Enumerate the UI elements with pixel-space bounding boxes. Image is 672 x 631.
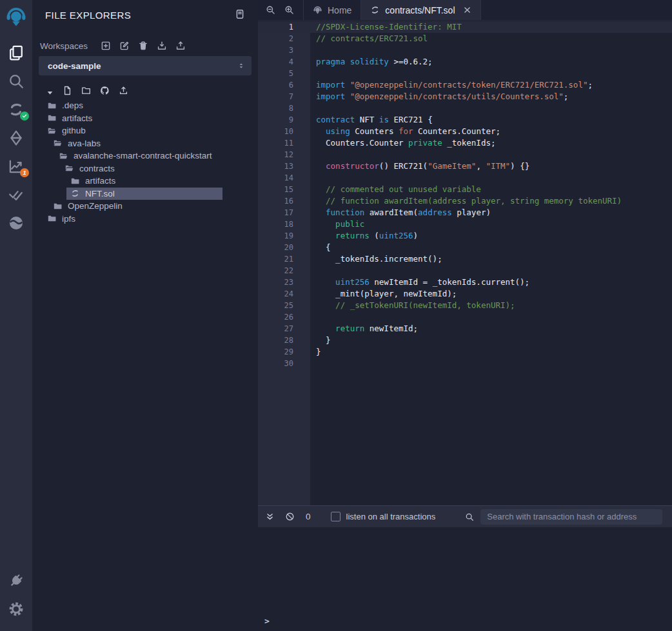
tree-item-github[interactable]: github bbox=[32, 124, 258, 137]
file-explorer-button[interactable] bbox=[8, 44, 25, 61]
code-line[interactable]: 30 bbox=[258, 358, 672, 369]
search-button[interactable] bbox=[8, 73, 25, 90]
line-number: 23 bbox=[258, 277, 310, 288]
remix-logo-button[interactable] bbox=[5, 5, 28, 28]
solidity-compiler-button[interactable] bbox=[8, 101, 25, 118]
code-line[interactable]: 19 returns (uint256) bbox=[258, 230, 672, 242]
line-number: 17 bbox=[258, 207, 310, 218]
code-line[interactable]: 18 public bbox=[258, 218, 672, 230]
folder-icon bbox=[47, 101, 57, 110]
test-icon bbox=[8, 186, 25, 203]
rename-workspace-button[interactable] bbox=[119, 41, 130, 51]
restore-workspaces-button[interactable] bbox=[175, 41, 186, 51]
clear-console-slot[interactable] bbox=[285, 512, 295, 521]
zoom-in-button[interactable] bbox=[284, 5, 294, 15]
solidity-analyzers-button[interactable]: 1 bbox=[8, 158, 25, 175]
collapse-tree-button[interactable] bbox=[46, 88, 54, 95]
code-line[interactable]: 29} bbox=[258, 346, 672, 358]
line-number: 2 bbox=[258, 33, 310, 44]
new-folder-button[interactable] bbox=[81, 86, 91, 95]
workspace-select[interactable]: code-sample bbox=[39, 56, 252, 75]
create-workspace-button[interactable] bbox=[101, 41, 111, 51]
code-line[interactable]: 20 { bbox=[258, 242, 672, 253]
code-line[interactable]: 12 bbox=[258, 149, 672, 160]
code-line[interactable]: 9contract NFT is ERC721 { bbox=[258, 114, 672, 126]
code-line[interactable]: 2// contracts/ERC721.sol bbox=[258, 33, 672, 44]
tree-item-ipfs[interactable]: ipfs bbox=[32, 213, 258, 226]
code-line[interactable]: 6import "@openzeppelin/contracts/token/E… bbox=[258, 79, 672, 91]
download-workspaces-button[interactable] bbox=[157, 41, 167, 51]
line-content: import "@openzeppelin/contracts/utils/Co… bbox=[310, 91, 568, 102]
gear-icon bbox=[8, 601, 25, 617]
tree-item-label: github bbox=[62, 126, 86, 135]
line-content bbox=[310, 172, 316, 184]
code-line[interactable]: 11 Counters.Counter private _tokenIds; bbox=[258, 137, 672, 149]
listen-transactions-checkbox[interactable] bbox=[331, 512, 341, 521]
line-content: using Counters for Counters.Counter; bbox=[310, 126, 500, 137]
expand-terminal-slot[interactable] bbox=[266, 512, 274, 521]
tree-item-avalanche-smart-contract-quickstart[interactable]: avalanche-smart-contract-quickstart bbox=[32, 150, 258, 162]
deploy-and-run-button[interactable] bbox=[8, 130, 25, 146]
updown-icon bbox=[237, 61, 245, 70]
new-file-button[interactable] bbox=[63, 86, 72, 95]
code-line[interactable]: 15 // commented out unused variable bbox=[258, 184, 672, 195]
code-line[interactable]: 21 _tokenIds.increment(); bbox=[258, 253, 672, 265]
code-line[interactable]: 10 using Counters for Counters.Counter; bbox=[258, 126, 672, 137]
code-line[interactable]: 16 // function awardItem(address player,… bbox=[258, 195, 672, 207]
code-line[interactable]: 13 constructor() ERC721("GameItem", "ITM… bbox=[258, 160, 672, 172]
sourcify-button[interactable] bbox=[8, 215, 25, 231]
tab-home[interactable]: Home bbox=[303, 0, 361, 20]
line-content bbox=[310, 68, 316, 79]
line-content: pragma solidity >=0.6.2; bbox=[310, 56, 433, 68]
code-line[interactable]: 24 _mint(player, newItemId); bbox=[258, 288, 672, 300]
line-content: _mint(player, newItemId); bbox=[310, 288, 457, 300]
tree-item-openzeppelin[interactable]: OpenZeppelin bbox=[32, 200, 258, 213]
zoom-out-button[interactable] bbox=[266, 5, 275, 15]
line-number: 26 bbox=[258, 311, 310, 323]
plugin-manager-button[interactable] bbox=[8, 572, 25, 589]
code-line[interactable]: 8 bbox=[258, 102, 672, 114]
listen-transactions-label[interactable]: listen on all transactions bbox=[346, 512, 436, 521]
plus-square-icon bbox=[101, 41, 111, 51]
code-line[interactable]: 17 function awardItem(address player) bbox=[258, 207, 672, 218]
transaction-search-input[interactable] bbox=[480, 509, 662, 525]
code-line[interactable]: 27 return newItemId; bbox=[258, 323, 672, 335]
terminal-content[interactable]: > bbox=[258, 527, 672, 631]
tree-item-artifacts[interactable]: artifacts bbox=[32, 175, 258, 188]
solidity-unit-testing-button[interactable] bbox=[8, 186, 25, 203]
code-editor[interactable]: 1//SPDX-License-Identifier: MIT2// contr… bbox=[258, 21, 672, 505]
line-number: 11 bbox=[258, 137, 310, 149]
folder-icon bbox=[47, 113, 57, 122]
delete-workspace-button[interactable] bbox=[138, 41, 148, 51]
tree-item-ava-labs[interactable]: ava-labs bbox=[32, 137, 258, 150]
line-number: 29 bbox=[258, 346, 310, 358]
code-line[interactable]: 23 uint256 newItemId = _tokenIds.current… bbox=[258, 277, 672, 288]
activity-bar-bottom bbox=[8, 567, 25, 631]
code-line[interactable]: 14 bbox=[258, 172, 672, 184]
clone-from-github-button[interactable] bbox=[100, 86, 110, 95]
code-line[interactable]: 25 // _setTokenURI(newItemId, tokenURI); bbox=[258, 300, 672, 311]
line-number: 6 bbox=[258, 79, 310, 91]
code-line[interactable]: 22 bbox=[258, 265, 672, 277]
tree-item-contracts[interactable]: contracts bbox=[32, 162, 258, 175]
line-content: // _setTokenURI(newItemId, tokenURI); bbox=[310, 300, 515, 311]
tree-item-artifacts[interactable]: artifacts bbox=[32, 112, 258, 125]
tree-item--deps[interactable]: .deps bbox=[32, 99, 258, 112]
code-line[interactable]: 4pragma solidity >=0.6.2; bbox=[258, 56, 672, 68]
close-icon[interactable] bbox=[463, 6, 471, 14]
code-line[interactable]: 7import "@openzeppelin/contracts/utils/C… bbox=[258, 91, 672, 102]
solidity-icon bbox=[370, 5, 380, 15]
folder-icon bbox=[53, 202, 63, 211]
book-icon[interactable] bbox=[235, 9, 245, 19]
publish-to-gist-button[interactable] bbox=[119, 86, 128, 95]
settings-button[interactable] bbox=[8, 601, 25, 617]
code-line[interactable]: 28 } bbox=[258, 335, 672, 346]
line-number: 12 bbox=[258, 149, 310, 160]
tab-contracts-nft-sol[interactable]: contracts/NFT.sol bbox=[361, 0, 480, 20]
code-line[interactable]: 3 bbox=[258, 44, 672, 56]
code-line[interactable]: 1//SPDX-License-Identifier: MIT bbox=[258, 21, 672, 33]
code-line[interactable]: 5 bbox=[258, 68, 672, 79]
code-line[interactable]: 26 bbox=[258, 311, 672, 323]
line-content: _tokenIds.increment(); bbox=[310, 253, 442, 265]
tree-item-nft-sol[interactable]: NFT.sol bbox=[66, 188, 222, 200]
